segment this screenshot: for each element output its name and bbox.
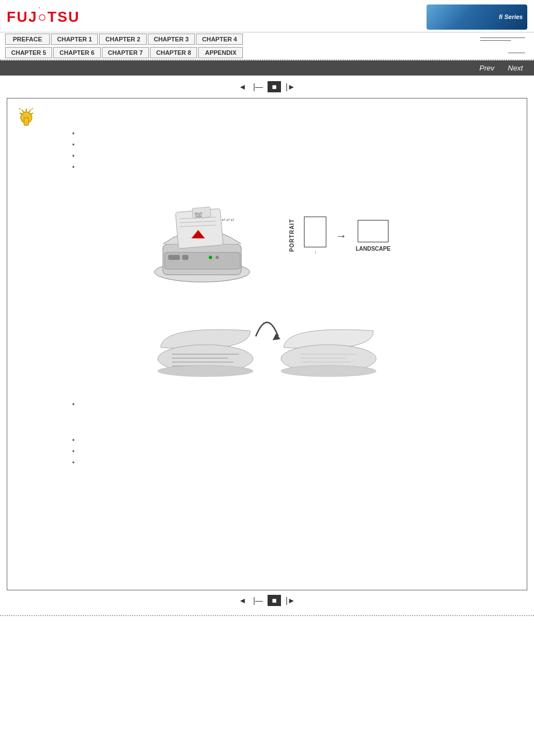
- prev-next-bar: Prev Next: [0, 60, 534, 76]
- svg-rect-6: [24, 118, 29, 125]
- nav-row-2: CHAPTER 5 CHAPTER 6 CHAPTER 7 CHAPTER 8 …: [4, 46, 530, 59]
- nav-chapter7[interactable]: CHAPTER 7: [102, 47, 149, 58]
- next-button[interactable]: Next: [503, 63, 527, 73]
- bullet-extra: •: [72, 401, 518, 408]
- fi-series-text: fi Series: [499, 13, 523, 21]
- bottom-next-page-button[interactable]: |►: [283, 595, 298, 606]
- svg-line-2: [22, 110, 24, 112]
- fi-series-banner: fi Series: [427, 4, 527, 30]
- svg-point-22: [209, 256, 212, 259]
- nav-chapter1[interactable]: CHAPTER 1: [51, 34, 98, 45]
- nav-chapter3[interactable]: CHAPTER 3: [148, 34, 195, 45]
- nav-chapter5[interactable]: CHAPTER 5: [5, 47, 52, 58]
- page-controls-bottom: ◄ |— ■ |►: [0, 590, 534, 611]
- nav-chapter4[interactable]: CHAPTER 4: [196, 34, 243, 45]
- bullet-top-1: [72, 130, 518, 138]
- bottom-prev-page-button[interactable]: |—: [251, 595, 265, 606]
- fujitsu-logo: FUJ○’TSU: [7, 8, 80, 26]
- navigation-tabs: PREFACE CHAPTER 1 CHAPTER 2 CHAPTER 3 CH…: [0, 32, 534, 60]
- svg-point-30: [158, 365, 253, 377]
- page-controls-top: ◄ |— ■ |►: [0, 76, 534, 98]
- svg-rect-21: [182, 255, 188, 260]
- svg-line-7: [19, 108, 21, 110]
- nav-chapter6[interactable]: CHAPTER 6: [53, 47, 100, 58]
- svg-text:Side: Side: [195, 214, 203, 218]
- svg-marker-31: [273, 334, 280, 340]
- bottom-current-page-button[interactable]: ■: [268, 595, 281, 606]
- bullet-top-4: [72, 163, 518, 171]
- portrait-label: PORTRAIT: [289, 219, 295, 252]
- svg-rect-20: [168, 255, 180, 260]
- logo-area: FUJ○’TSU: [7, 8, 80, 26]
- next-page-button[interactable]: |►: [283, 81, 298, 92]
- svg-point-36: [281, 365, 376, 377]
- scanner-svg: Back Side ↵↵↵: [143, 182, 266, 289]
- card-flip-area: [16, 300, 518, 389]
- landscape-label: LANDSCAPE: [355, 246, 390, 252]
- svg-line-3: [29, 110, 31, 112]
- svg-line-8: [31, 108, 33, 110]
- portrait-box: [304, 217, 326, 247]
- nav-chapter8[interactable]: CHAPTER 8: [150, 47, 197, 58]
- bullet-bottom-2: [72, 448, 518, 456]
- nav-row-1: PREFACE CHAPTER 1 CHAPTER 2 CHAPTER 3 CH…: [4, 32, 530, 46]
- prev-button[interactable]: Prev: [475, 63, 499, 73]
- hand-icon: [16, 105, 44, 138]
- card-flip-svg: [149, 303, 385, 387]
- scanner-illustration-area: Back Side ↵↵↵ PORTRAIT ↓: [16, 182, 518, 289]
- main-content: Back Side ↵↵↵ PORTRAIT ↓: [7, 98, 527, 590]
- current-page-button[interactable]: ■: [268, 81, 281, 92]
- svg-rect-19: [165, 252, 240, 269]
- prev-page-button[interactable]: |—: [251, 81, 265, 92]
- first-page-button[interactable]: ◄: [236, 81, 249, 92]
- bottom-separator: [0, 615, 534, 616]
- svg-point-23: [216, 256, 219, 259]
- nav-chapter2[interactable]: CHAPTER 2: [99, 34, 146, 45]
- page-header: FUJ○’TSU fi Series: [0, 0, 534, 32]
- orientation-container: PORTRAIT ↓ → LANDSCAPE: [289, 217, 390, 255]
- bullet-top-2: [72, 141, 518, 149]
- nav-lines-right-2: [504, 46, 530, 59]
- nav-preface[interactable]: PREFACE: [5, 34, 50, 45]
- landscape-box: [358, 220, 388, 242]
- nav-appendix[interactable]: APPENDIX: [198, 47, 243, 58]
- svg-text:↵↵↵: ↵↵↵: [222, 217, 235, 223]
- bullet-top-3: [72, 152, 518, 160]
- bullet-bottom-3: [72, 459, 518, 467]
- bullets-top: [72, 130, 518, 171]
- bullet-bottom-1: [72, 436, 518, 444]
- bottom-first-page-button[interactable]: ◄: [236, 595, 249, 606]
- nav-lines-right: [476, 32, 530, 46]
- bullets-bottom: [72, 436, 518, 467]
